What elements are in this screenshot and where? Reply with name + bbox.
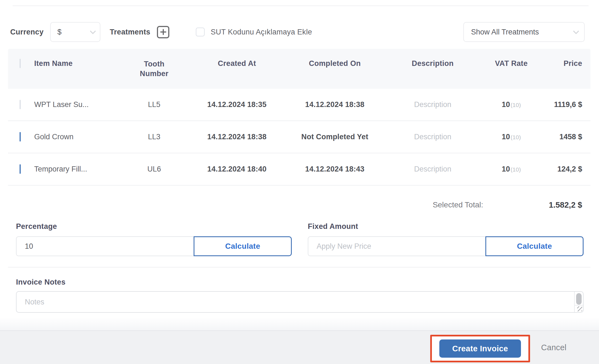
fixed-amount-calculate-button[interactable]: Calculate <box>485 236 584 256</box>
header-item-name: Item Name <box>34 59 116 68</box>
selected-total-label: Selected Total: <box>433 200 483 209</box>
sut-checkbox-row[interactable]: SUT Kodunu Açıklamaya Ekle <box>196 28 312 36</box>
created-at-cell: 14.12.2024 18:38 <box>193 133 281 141</box>
show-all-treatments-value: Show All Treatments <box>471 28 539 36</box>
created-at-cell: 14.12.2024 18:40 <box>193 165 281 173</box>
percentage-input[interactable] <box>16 236 194 256</box>
header-price: Price <box>546 59 590 68</box>
treatments-label: Treatments <box>110 28 150 36</box>
price-cell: 1119,6 $ <box>546 100 590 109</box>
item-name-cell: Gold Crown <box>34 133 116 141</box>
invoice-notes-label: Invoice Notes <box>16 278 65 287</box>
percentage-calculate-button[interactable]: Calculate <box>194 236 292 256</box>
description-cell[interactable]: Description <box>389 100 477 109</box>
chevron-down-icon <box>90 28 96 34</box>
footer-fade <box>0 317 599 330</box>
header-description: Description <box>389 59 477 68</box>
footer: Create Invoice Cancel <box>0 330 599 364</box>
table-row: Temporary Fill... UL6 14.12.2024 18:40 1… <box>8 153 590 186</box>
fixed-amount-label: Fixed Amount <box>308 222 584 231</box>
description-cell[interactable]: Description <box>389 165 477 173</box>
price-adjustments: Percentage Calculate Fixed Amount Calcul… <box>16 222 584 256</box>
invoice-notes-field <box>16 291 584 313</box>
selected-total-value: 1.582,2 $ <box>549 200 582 210</box>
currency-label: Currency <box>10 28 44 36</box>
currency-select[interactable]: $ <box>50 22 100 42</box>
create-invoice-button[interactable]: Create Invoice <box>439 339 521 358</box>
item-name-cell: Temporary Fill... <box>34 165 116 173</box>
table-header-row: Item Name Tooth Number Created At Comple… <box>8 49 590 89</box>
table-row: Gold Crown LL3 14.12.2024 18:38 Not Comp… <box>8 121 590 153</box>
resize-grip-icon[interactable] <box>574 305 583 312</box>
fixed-amount-section: Fixed Amount Calculate <box>308 222 584 256</box>
cancel-button[interactable]: Cancel <box>541 331 566 364</box>
toolbar: Currency $ Treatments SUT Kodunu Açıklam… <box>10 22 585 42</box>
currency-select-value: $ <box>57 28 61 36</box>
section-divider <box>8 267 590 267</box>
vat-rate-cell: 10(10) <box>477 165 546 173</box>
show-all-treatments-select[interactable]: Show All Treatments <box>463 22 585 42</box>
price-cell: 124,2 $ <box>546 165 590 173</box>
tooth-number-cell: LL5 <box>116 100 193 109</box>
vat-rate-cell: 10(10) <box>477 100 546 109</box>
annotation-highlight: Create Invoice <box>430 335 530 362</box>
description-cell[interactable]: Description <box>389 133 477 141</box>
header-tooth-number: Tooth Number <box>116 59 193 79</box>
top-divider <box>13 6 589 6</box>
table-row: WPT Laser Su... LL5 14.12.2024 18:35 14.… <box>8 89 590 121</box>
notes-scrollbar[interactable] <box>574 292 583 305</box>
create-invoice-dialog: Currency $ Treatments SUT Kodunu Açıklam… <box>0 0 599 364</box>
completed-on-cell: 14.12.2024 18:43 <box>281 165 389 173</box>
vat-rate-cell: 10(10) <box>477 133 546 141</box>
chevron-down-icon <box>573 28 579 34</box>
select-all-checkbox[interactable] <box>20 59 21 68</box>
header-completed-on: Completed On <box>281 59 389 68</box>
sut-checkbox[interactable] <box>196 28 205 36</box>
completed-on-cell: 14.12.2024 18:38 <box>281 100 389 109</box>
header-vat-rate: VAT Rate <box>477 59 546 68</box>
sut-checkbox-label: SUT Kodunu Açıklamaya Ekle <box>211 28 312 36</box>
invoice-notes-textarea[interactable] <box>17 292 574 312</box>
fixed-amount-input[interactable] <box>308 236 485 256</box>
treatments-table: Item Name Tooth Number Created At Comple… <box>8 49 590 186</box>
item-name-cell: WPT Laser Su... <box>34 100 116 109</box>
completed-on-cell: Not Completed Yet <box>281 133 389 141</box>
add-treatment-button[interactable] <box>157 26 169 38</box>
row-checkbox[interactable] <box>20 164 21 174</box>
tooth-number-cell: LL3 <box>116 133 193 141</box>
row-checkbox[interactable] <box>20 100 21 109</box>
selected-total-row: Selected Total: 1.582,2 $ <box>8 199 590 211</box>
percentage-label: Percentage <box>16 222 292 231</box>
header-created-at: Created At <box>193 59 281 68</box>
price-cell: 1458 $ <box>546 133 590 141</box>
row-checkbox[interactable] <box>20 132 21 141</box>
tooth-number-cell: UL6 <box>116 165 193 173</box>
notes-scrollbar-thumb[interactable] <box>576 293 582 305</box>
percentage-section: Percentage Calculate <box>16 222 292 256</box>
created-at-cell: 14.12.2024 18:35 <box>193 100 281 109</box>
